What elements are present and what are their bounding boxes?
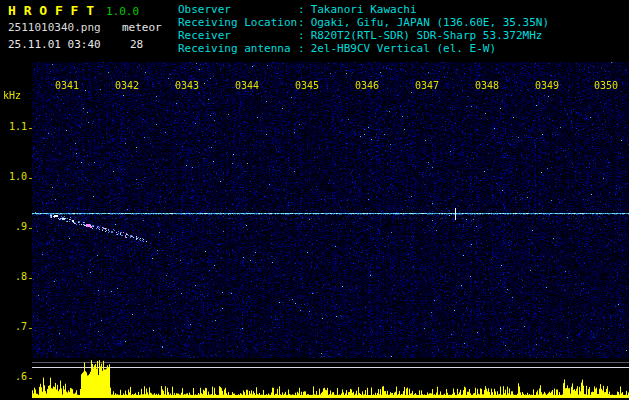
freq-tick-label: 1.1 <box>0 121 27 132</box>
info-value: 2el-HB9CV Vertical (el. E-W) <box>311 42 496 55</box>
observation-datetime: 25.11.01 03:40 <box>8 38 101 51</box>
signal-level-canvas <box>32 358 629 398</box>
app-title: H R O F F T <box>8 3 94 18</box>
info-separator: : <box>298 16 305 29</box>
info-value: Ogaki, Gifu, JAPAN (136.60E, 35.35N) <box>311 16 549 29</box>
info-separator: : <box>298 29 305 42</box>
time-tick-label: 0350 <box>594 80 618 91</box>
freq-unit-label: kHz <box>3 90 21 101</box>
freq-tick-label: .7 <box>0 321 27 332</box>
freq-tick-mark <box>29 378 32 379</box>
freq-tick-label: .6 <box>0 371 27 382</box>
time-tick-label: 0349 <box>535 80 559 91</box>
info-separator: : <box>298 42 305 55</box>
station-info: Observer : Takanori Kawachi Receiving Lo… <box>178 3 549 55</box>
info-value: Takanori Kawachi <box>311 3 417 16</box>
info-value: R820T2(RTL-SDR) SDR-Sharp 53.372MHz <box>311 29 543 42</box>
station-info-row: Observer : Takanori Kawachi <box>178 3 549 16</box>
freq-tick-label: 1.0 <box>0 171 27 182</box>
output-filename: 2511010340.png <box>8 21 101 34</box>
app-version: 1.0.0 <box>106 5 139 18</box>
echo-count: 28 <box>130 38 143 51</box>
info-separator: : <box>298 3 305 16</box>
info-label: Receiver <box>178 29 298 42</box>
freq-tick-mark <box>29 128 32 129</box>
station-info-row: Receiving Location : Ogaki, Gifu, JAPAN … <box>178 16 549 29</box>
freq-tick-mark <box>29 228 32 229</box>
hrofft-screen: H R O F F T 1.0.0 2511010340.png meteor … <box>0 0 629 400</box>
freq-tick-mark <box>29 178 32 179</box>
info-label: Receiving Location <box>178 16 298 29</box>
spectrogram-canvas <box>32 62 629 358</box>
freq-tick-mark <box>29 328 32 329</box>
info-label: Observer <box>178 3 298 16</box>
station-info-row: Receiver : R820T2(RTL-SDR) SDR-Sharp 53.… <box>178 29 549 42</box>
time-tick-label: 0345 <box>295 80 319 91</box>
time-tick-label: 0346 <box>355 80 379 91</box>
freq-tick-label: .8 <box>0 271 27 282</box>
observation-mode: meteor <box>122 21 162 34</box>
freq-tick-mark <box>29 278 32 279</box>
time-tick-label: 0344 <box>235 80 259 91</box>
time-tick-label: 0343 <box>175 80 199 91</box>
time-tick-label: 0347 <box>415 80 439 91</box>
time-tick-label: 0348 <box>475 80 499 91</box>
info-label: Receiving antenna <box>178 42 298 55</box>
time-tick-label: 0342 <box>115 80 139 91</box>
freq-tick-label: .9 <box>0 221 27 232</box>
station-info-row: Receiving antenna : 2el-HB9CV Vertical (… <box>178 42 549 55</box>
time-tick-label: 0341 <box>55 80 79 91</box>
